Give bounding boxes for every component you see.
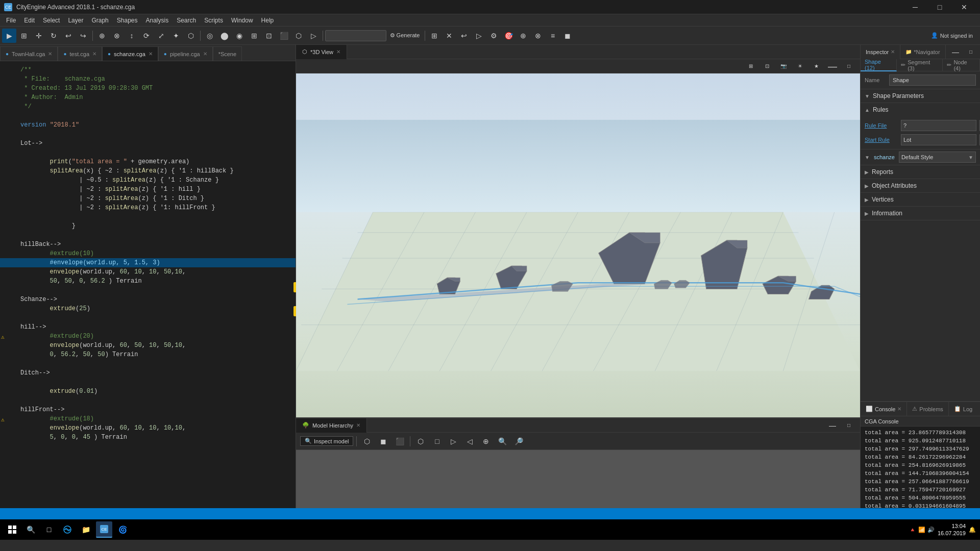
tab-model-hierarchy[interactable]: 🌳 Model Hierarchy ✕ xyxy=(296,418,367,433)
tab-test[interactable]: ● test.cga ✕ xyxy=(58,46,102,61)
view-3d-content[interactable] xyxy=(296,73,860,417)
toolbar-misc3[interactable]: ↩ xyxy=(457,29,471,43)
mh-tool7[interactable]: ◁ xyxy=(462,434,477,448)
menu-shapes[interactable]: Shapes xyxy=(113,16,142,25)
toolbar-pan-btn[interactable]: ✛ xyxy=(32,29,46,43)
start-button[interactable] xyxy=(4,521,20,538)
model-hierarchy-close[interactable]: ✕ xyxy=(356,422,360,428)
toolbar-view1[interactable]: ◎ xyxy=(203,29,217,43)
tab-3d-view[interactable]: ⬡ *3D View ✕ xyxy=(296,45,347,59)
inspector-tab-close[interactable]: ✕ xyxy=(891,49,895,55)
editor-area[interactable]: /** * File: schanze.cga * Created: 13 Ju… xyxy=(0,61,296,515)
schanze-style-dropdown[interactable]: Default Style ▼ xyxy=(899,152,976,163)
toolbar-redo-btn[interactable]: ↪ xyxy=(76,29,90,43)
toolbar-tool1[interactable]: ⊕ xyxy=(95,29,109,43)
mh-maximize[interactable]: □ xyxy=(842,418,856,433)
console-tool1[interactable]: 📋 xyxy=(977,402,980,416)
tab-schanze-close[interactable]: ✕ xyxy=(149,51,153,57)
search-taskbar-btn[interactable]: 🔍 xyxy=(22,521,39,538)
console-close[interactable]: ✕ xyxy=(897,406,901,412)
notification-btn[interactable]: 🔔 xyxy=(969,527,976,533)
mh-tool8[interactable]: ⊕ xyxy=(479,434,493,448)
tab-townhall[interactable]: ● TownHall.cga ✕ xyxy=(0,46,58,61)
view-toolbar-minus[interactable]: — xyxy=(825,59,840,73)
tab-navigator[interactable]: 📁 *Navigator xyxy=(900,45,945,59)
toolbar-misc2[interactable]: ✕ xyxy=(442,29,456,43)
tab-console[interactable]: ⬜ Console ✕ xyxy=(861,402,907,416)
shape-tab-shape[interactable]: Shape (12) xyxy=(861,59,897,71)
maximize-button[interactable]: □ xyxy=(928,0,951,14)
toolbar-view6[interactable]: ⬛ xyxy=(277,29,291,43)
toolbar-misc10[interactable]: ◼ xyxy=(560,29,575,43)
menu-layer[interactable]: Layer xyxy=(64,16,87,25)
explorer-btn[interactable]: 📁 xyxy=(78,521,94,538)
toolbar-misc1[interactable]: ⊞ xyxy=(427,29,442,43)
toolbar-view2[interactable]: ⬤ xyxy=(217,29,232,43)
view-toolbar-star[interactable]: ★ xyxy=(809,59,823,73)
tab-pipeline[interactable]: ● pipeline.cga ✕ xyxy=(158,46,213,61)
menu-edit[interactable]: Edit xyxy=(20,16,39,25)
menu-scripts[interactable]: Scripts xyxy=(200,16,227,25)
close-button[interactable]: ✕ xyxy=(952,0,976,14)
section-shape-parameters-header[interactable]: ▼ Shape Parameters xyxy=(861,89,980,103)
view-toolbar-light[interactable]: ☀ xyxy=(793,59,807,73)
menu-window[interactable]: Window xyxy=(227,16,257,25)
toolbar-select-btn[interactable]: ▶ xyxy=(2,29,16,43)
title-bar-controls[interactable]: ─ □ ✕ xyxy=(903,0,976,14)
mh-tool9[interactable]: 🔍 xyxy=(495,434,509,448)
console-content[interactable]: total area = 23.86577789314308 total are… xyxy=(861,427,980,519)
shape-tab-node[interactable]: ✏ Node (4) xyxy=(943,59,980,71)
tab-problems[interactable]: ⚠ Problems xyxy=(907,402,948,416)
section-vertices-header[interactable]: ▶ Vertices xyxy=(861,193,980,206)
browser-btn[interactable] xyxy=(59,521,76,538)
mh-tool10[interactable]: 🔎 xyxy=(511,434,526,448)
toolbar-view3[interactable]: ◉ xyxy=(232,29,247,43)
toolbar-tool5[interactable]: ⤢ xyxy=(154,29,168,43)
cityengine-taskbar[interactable]: CE xyxy=(96,521,112,538)
rule-file-input[interactable] xyxy=(901,120,976,131)
mh-tool1[interactable]: ⬡ xyxy=(360,434,374,448)
section-object-attributes-header[interactable]: ▶ Object Attributes xyxy=(861,179,980,192)
tab-inspector[interactable]: Inspector ✕ xyxy=(861,45,900,59)
toolbar-view8[interactable]: ▷ xyxy=(306,29,321,43)
menu-search[interactable]: Search xyxy=(173,16,200,25)
toolbar-tool3[interactable]: ↕ xyxy=(125,29,139,43)
tab-schanze[interactable]: ● schanze.cga ✕ xyxy=(102,46,158,61)
toolbar-view5[interactable]: ⊡ xyxy=(262,29,276,43)
toolbar-misc9[interactable]: ≡ xyxy=(546,29,560,43)
model-hierarchy-content[interactable] xyxy=(296,450,860,515)
mh-tool2[interactable]: ◼ xyxy=(376,434,390,448)
toolbar-zoom-btn[interactable]: ⊞ xyxy=(17,29,31,43)
toolbar-view4[interactable]: ⊞ xyxy=(247,29,261,43)
start-rule-input[interactable] xyxy=(901,134,976,145)
menu-select[interactable]: Select xyxy=(39,16,64,25)
toolbar-view7[interactable]: ⬡ xyxy=(291,29,306,43)
toolbar-misc5[interactable]: ⚙ xyxy=(486,29,501,43)
inspector-minimize[interactable]: — xyxy=(948,45,963,59)
view-toolbar-perspective[interactable]: ⊞ xyxy=(744,59,758,73)
toolbar-misc7[interactable]: ⊕ xyxy=(516,29,530,43)
toolbar-rotate-btn[interactable]: ↻ xyxy=(46,29,61,43)
tab-test-close[interactable]: ✕ xyxy=(92,51,96,57)
menu-analysis[interactable]: Analysis xyxy=(141,16,173,25)
tab-log[interactable]: 📋 Log xyxy=(949,402,977,416)
view-toolbar-ortho[interactable]: ⊡ xyxy=(760,59,774,73)
name-input[interactable] xyxy=(889,74,976,86)
inspector-maximize[interactable]: □ xyxy=(964,45,978,59)
view-toolbar-cam[interactable]: 📷 xyxy=(776,59,791,73)
minimize-button[interactable]: ─ xyxy=(903,0,927,14)
ie-btn[interactable]: 🌀 xyxy=(114,521,131,538)
inspect-model-btn[interactable]: 🔍 Inspect model xyxy=(300,436,353,446)
toolbar-misc6[interactable]: 🎯 xyxy=(501,29,516,43)
menu-graph[interactable]: Graph xyxy=(87,16,112,25)
tab-scene[interactable]: *Scene xyxy=(213,46,242,61)
section-rules-header[interactable]: ▲ Rules xyxy=(861,103,980,116)
generate-button[interactable]: ⚙ Generate xyxy=(387,29,423,43)
mh-tool4[interactable]: ⬡ xyxy=(413,434,428,448)
toolbar-misc4[interactable]: ▷ xyxy=(472,29,486,43)
toolbar-tool2[interactable]: ⊗ xyxy=(110,29,124,43)
toolbar-tool4[interactable]: ⟳ xyxy=(139,29,154,43)
mh-minimize[interactable]: — xyxy=(825,418,840,433)
tab-pipeline-close[interactable]: ✕ xyxy=(203,51,207,57)
section-information-header[interactable]: ▶ Information xyxy=(861,207,980,220)
